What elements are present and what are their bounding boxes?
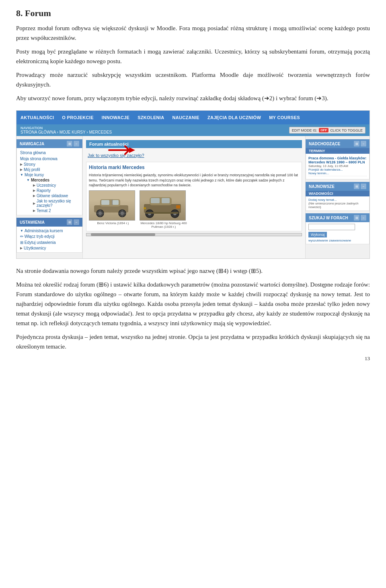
nav-strony[interactable]: ▶ Strony xyxy=(17,162,82,167)
edit-mode-button[interactable]: EDIT MODE IS: OFF CLICK TO TOGGLE xyxy=(289,127,365,134)
image-mercedes xyxy=(140,190,186,221)
nav-skladowe-label: Główne składowe xyxy=(37,194,68,198)
upcoming-config-icon[interactable]: ⊞ xyxy=(354,141,359,146)
news-note: (Nie umieszczono jeszcze żadnych nowości… xyxy=(308,202,367,209)
news-hide-icon[interactable]: − xyxy=(361,184,366,189)
search-header: SZUKAJ W FORACH ⊞ − xyxy=(306,213,370,222)
breadcrumb-bar: NAVIGATION STRONA GŁÓWNA › MOJE KURSY › … xyxy=(16,124,370,136)
nav-mercedes[interactable]: ▼ Mercedes xyxy=(23,177,82,183)
edit-mode-hint: CLICK TO TOGGLE xyxy=(330,128,363,132)
nav-item-o-projekcie[interactable]: O PROJEKCIE xyxy=(58,111,98,124)
svg-marker-0 xyxy=(129,147,135,153)
event-title[interactable]: Praca domowa - Giełda klasyków: Mercedes… xyxy=(308,156,367,164)
nav-skladowe[interactable]: ▶ Główne składowe xyxy=(30,193,82,198)
event-calendar-link[interactable]: Przejdź do kalendarza... xyxy=(308,168,367,171)
arrow-icon: ▶ xyxy=(33,209,35,213)
svg-rect-8 xyxy=(101,200,109,205)
search-config-icon[interactable]: ⊞ xyxy=(354,215,359,221)
settings-uzytkownicy-label: Użytkownicy xyxy=(24,246,46,250)
arrow-icon: ▶ xyxy=(20,168,23,171)
upcoming-header: NADCHODZĄCE ⊞ − xyxy=(306,139,370,148)
search-hide-icon[interactable]: − xyxy=(361,215,366,221)
upcoming-block: NADCHODZĄCE ⊞ − TERMINY Praca domowa - G… xyxy=(306,139,370,179)
nav-block-hide-icon[interactable]: − xyxy=(74,141,79,146)
main-content: Forum aktualności Jak to wszystko się za… xyxy=(83,136,305,258)
news-icons: ⊞ − xyxy=(354,184,366,189)
upcoming-hide-icon[interactable]: − xyxy=(361,141,366,146)
nav-moje-kursy-label: Moje kursy xyxy=(25,173,44,177)
nav-mercedes-subtree: ▼ Mercedes ▶ Uczestnicy ▶ Rapor xyxy=(17,177,82,213)
settings-block: USTAWIENIA ⊞ − ▼ Administracja kursem ✏ … xyxy=(16,218,82,253)
settings-edit-mode[interactable]: ✏ Włącz tryb edycji xyxy=(17,233,82,239)
svg-rect-21 xyxy=(162,198,170,203)
search-forum-input[interactable] xyxy=(308,224,355,230)
nav-moja-strona[interactable]: Moja strona domowa xyxy=(17,156,82,162)
paragraph-2: Posty mogą być przeglądane w różnych for… xyxy=(16,47,370,66)
wiadomosci-subheader: WIADOMOŚCI xyxy=(306,191,370,196)
breadcrumb-label: NAVIGATION xyxy=(21,126,112,130)
nav-moje-kursy[interactable]: ▼ Moje kursy xyxy=(17,172,82,177)
image-box-2: Mercedes 18/80 hp Nürburg 460 Pullman (1… xyxy=(140,190,188,229)
breadcrumb-path: STRONA GŁÓWNA › MOJE KURSY › MERCEDES xyxy=(21,130,112,134)
horizontal-scrollbar[interactable] xyxy=(86,233,302,236)
nav-item-szkolenia[interactable]: SZKOLENIA xyxy=(133,111,168,124)
nav-jak-to-label: Jak to wszystko się zaczęło? xyxy=(37,199,79,208)
settings-edit-settings[interactable]: ⊞ Edytuj ustawienia xyxy=(17,239,82,246)
arrow-open-icon: ▼ xyxy=(20,229,23,233)
settings-block-config-icon[interactable]: ⊞ xyxy=(67,219,72,225)
nav-mercedes-label: Mercedes xyxy=(31,178,49,182)
settings-uzytkownicy[interactable]: ▶ Użytkownicy xyxy=(17,246,82,251)
nav-block-icons: ⊞ − xyxy=(67,141,79,146)
nav-moj-profil-label: Mój profil xyxy=(24,167,40,172)
nav-temat2[interactable]: ▶ Temat 2 xyxy=(30,208,82,213)
nav-item-my-courses[interactable]: MY COURSES xyxy=(265,111,304,124)
search-title: SZUKAJ W FORACH xyxy=(309,216,348,220)
svg-rect-20 xyxy=(151,198,160,203)
nav-block-title: NAWIGACJA xyxy=(20,142,44,146)
nav-item-aktualnosci[interactable]: AKTUALNOŚCI xyxy=(16,111,58,124)
nav-mercedes-children: ▶ Uczestnicy ▶ Raporty ▶ Główne składowe xyxy=(23,183,82,213)
nav-raporty-label: Raporty xyxy=(37,188,51,193)
settings-block-icons: ⊞ − xyxy=(67,219,79,225)
settings-admin[interactable]: ▼ Administracja kursem xyxy=(17,228,82,233)
red-arrow-decoration xyxy=(107,144,139,156)
search-icons: ⊞ − xyxy=(354,215,366,221)
image-benz xyxy=(89,190,135,221)
settings-block-hide-icon[interactable]: − xyxy=(74,219,79,225)
scroll-thumb xyxy=(91,233,156,236)
article-text: Historia trójramiennej niemieckiej gwiaz… xyxy=(89,173,299,188)
nav-block-config-icon[interactable]: ⊞ xyxy=(67,141,72,146)
paragraph-7: Pojedyncza prosta dyskusja – jeden temat… xyxy=(16,332,370,351)
nav-moj-profil[interactable]: ▶ Mój profil xyxy=(17,167,82,172)
upcoming-icons: ⊞ − xyxy=(354,141,366,146)
nav-item-nauczanie[interactable]: NAUCZANIE xyxy=(168,111,203,124)
edit-mode-state: OFF xyxy=(319,128,329,132)
nav-uczestnicy[interactable]: ▶ Uczestnicy xyxy=(30,183,82,188)
arrow-icon: ▶ xyxy=(20,246,23,250)
svg-rect-23 xyxy=(144,207,146,209)
advanced-search-link[interactable]: wyszukiwanie zaawansowane xyxy=(308,239,367,242)
arrow-icon: ▶ xyxy=(33,194,35,198)
nav-item-innowacje[interactable]: INNOWACJE xyxy=(98,111,133,124)
event-item-1: Praca domowa - Giełda klasyków: Mercedes… xyxy=(308,155,367,176)
news-add-link[interactable]: Dodaj nowy temat... xyxy=(308,198,367,202)
arrow-open-icon: ▼ xyxy=(20,173,23,177)
news-config-icon[interactable]: ⊞ xyxy=(354,184,359,189)
image-box-1: Benz Victoria (1894 r.) xyxy=(89,190,137,229)
paragraph-3: Prowadzący może narzucić subskrypcję wsz… xyxy=(16,70,370,89)
moodle-navbar: AKTUALNOŚCI O PROJEKCIE INNOWACJE SZKOLE… xyxy=(16,111,370,124)
nav-jak-to[interactable]: ▶ Jak to wszystko się zaczęło? xyxy=(30,198,82,208)
page-number: 13 xyxy=(16,355,370,362)
paragraph-4: Aby utworzyć nowe forum, przy włączonym … xyxy=(16,93,370,103)
search-forum-button[interactable]: Wykonaj xyxy=(308,232,327,237)
svg-rect-22 xyxy=(176,205,180,208)
settings-block-title: USTAWIENIA xyxy=(20,220,45,225)
nav-block: NAWIGACJA ⊞ − Strona główna Moja strona … xyxy=(16,139,82,215)
event-new-link[interactable]: Nowy termin... xyxy=(308,171,367,175)
nav-item-zajecia[interactable]: ZAJĘCIA DLA UCZNIÓW xyxy=(203,111,265,124)
nav-block-header: NAWIGACJA ⊞ − xyxy=(16,139,82,148)
terminy-subheader: TERMINY xyxy=(306,148,370,154)
settings-admin-label: Administracja kursem xyxy=(25,229,63,233)
nav-strona-glowna[interactable]: Strona główna xyxy=(17,150,82,156)
nav-raporty[interactable]: ▶ Raporty xyxy=(30,188,82,193)
